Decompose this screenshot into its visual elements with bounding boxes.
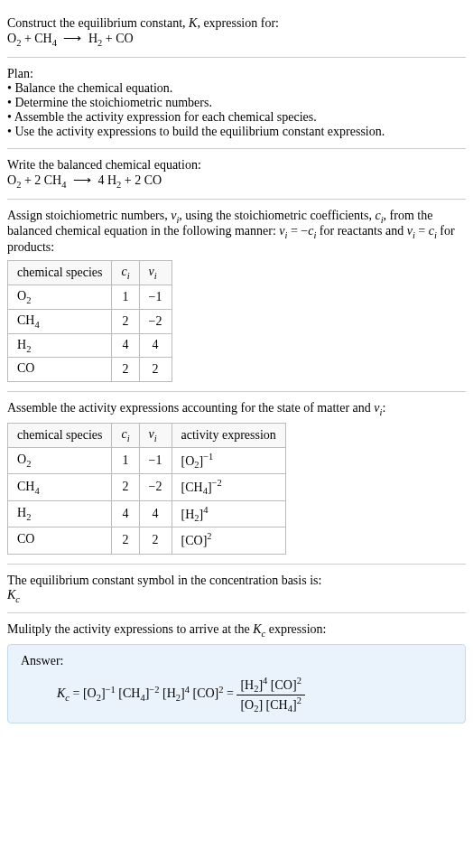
intro-title: Construct the equilibrium constant, K, e… <box>7 16 466 31</box>
multiply-section: Mulitply the activity expressions to arr… <box>7 613 466 733</box>
activity-section: Assemble the activity expressions accoun… <box>7 392 466 564</box>
intro-section: Construct the equilibrium constant, K, e… <box>7 7 466 58</box>
stoich-intro: Assign stoichiometric numbers, νi, using… <box>7 209 466 256</box>
header-ci: ci <box>112 261 139 285</box>
header-species: chemical species <box>8 423 112 447</box>
header-ci: ci <box>112 423 139 447</box>
stoich-table: chemical species ci νi O2 1 −1 CH4 2 −2 … <box>7 260 172 382</box>
answer-title: Answer: <box>21 654 452 668</box>
arrow-icon: ⟶ <box>70 173 95 188</box>
table-row: H2 4 4 [H2]4 <box>8 500 286 527</box>
table-row: CO 2 2 [CO]2 <box>8 527 286 554</box>
list-item: Assemble the activity expression for eac… <box>7 110 466 125</box>
list-item: Use the activity expressions to build th… <box>7 125 466 139</box>
plan-list: Balance the chemical equation. Determine… <box>7 81 466 139</box>
header-nu: νi <box>139 423 172 447</box>
table-row: O2 1 −1 [O2]−1 <box>8 447 286 473</box>
header-activity: activity expression <box>172 423 285 447</box>
unbalanced-equation: O2 + CH4 ⟶ H2 + CO <box>7 31 466 48</box>
plan-title: Plan: <box>7 67 466 81</box>
table-row: CH4 2 −2 <box>8 309 172 333</box>
table-header-row: chemical species ci νi activity expressi… <box>8 423 286 447</box>
kc-symbol: Kc <box>7 588 466 604</box>
list-item: Determine the stoichiometric numbers. <box>7 96 466 110</box>
balanced-equation: O2 + 2 CH4 ⟶ 4 H2 + 2 CO <box>7 173 466 190</box>
list-item: Balance the chemical equation. <box>7 81 466 96</box>
kc-expression: Kc = [O2]−1 [CH4]−2 [H2]4 [CO]2 = [H2]4 … <box>21 676 452 714</box>
multiply-intro: Mulitply the activity expressions to arr… <box>7 622 466 639</box>
symbol-intro: The equilibrium constant symbol in the c… <box>7 574 466 588</box>
balanced-title: Write the balanced chemical equation: <box>7 158 466 173</box>
answer-box: Answer: Kc = [O2]−1 [CH4]−2 [H2]4 [CO]2 … <box>7 644 466 723</box>
header-nu: νi <box>139 261 172 285</box>
table-row: O2 1 −1 <box>8 285 172 309</box>
table-row: CH4 2 −2 [CH4]−2 <box>8 474 286 500</box>
header-species: chemical species <box>8 261 112 285</box>
table-header-row: chemical species ci νi <box>8 261 172 285</box>
fraction: [H2]4 [CO]2[O2] [CH4]2 <box>236 676 305 714</box>
symbol-section: The equilibrium constant symbol in the c… <box>7 565 466 614</box>
table-row: CO 2 2 <box>8 358 172 382</box>
activity-table: chemical species ci νi activity expressi… <box>7 423 286 555</box>
stoich-section: Assign stoichiometric numbers, νi, using… <box>7 200 466 393</box>
plan-section: Plan: Balance the chemical equation. Det… <box>7 58 466 149</box>
arrow-icon: ⟶ <box>60 31 85 46</box>
balanced-section: Write the balanced chemical equation: O2… <box>7 149 466 200</box>
table-row: H2 4 4 <box>8 333 172 358</box>
activity-intro: Assemble the activity expressions accoun… <box>7 401 466 417</box>
